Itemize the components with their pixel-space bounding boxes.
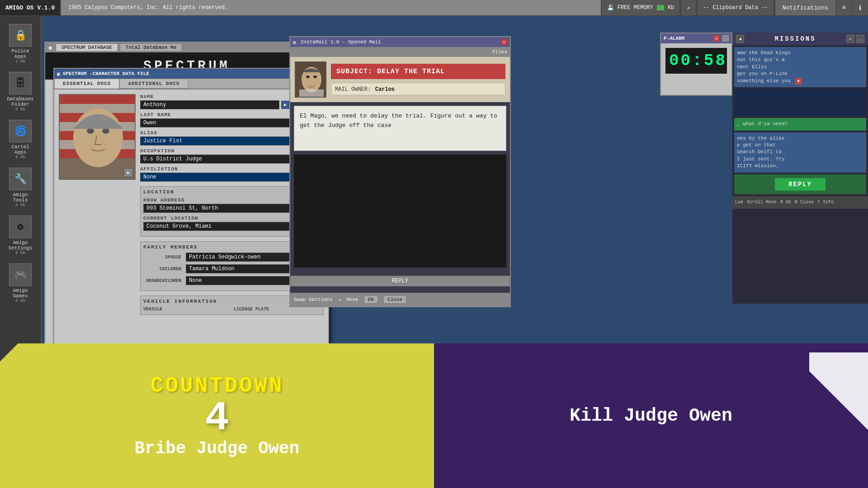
spectrum-db-topbar: ▣ SPECTRUM DATABASE Total Database Re [45, 42, 328, 52]
free-memory-section: 💾 FREE MEMORY Kb [601, 0, 681, 15]
char-tab-additional[interactable]: ADDITIONAL DOCS [119, 79, 188, 89]
spectrum-db-icon: ▣ [49, 45, 52, 51]
char-data-left: ▶ [59, 94, 136, 362]
license-col-label: LICENSE PLATE [234, 307, 321, 312]
missions-titlebar[interactable]: ◀ MISSIONS ✕ _ [732, 33, 868, 45]
missions-ok[interactable]: R Ok [780, 200, 791, 205]
os-label: AMIGO OS V.1.0 [0, 0, 61, 15]
spouse-label: SPOUSE [143, 255, 184, 260]
missions-footer: Lue Scroll Move R Ok R Close Y Info [732, 196, 868, 209]
current-location-input[interactable]: Coconut Grove, Miami [143, 222, 311, 231]
sidebar-item-amigo-games[interactable]: 🎮 Amigo Games 6 Kb [2, 260, 38, 306]
char-tab-essential[interactable]: ESSENTIAL DOCS [54, 79, 119, 89]
amigo-settings-icon: ⚙ [9, 216, 32, 238]
mail-reply-area: REPLY [290, 269, 510, 293]
alarm-display: 00:58 [665, 48, 727, 74]
memory-indicator [657, 5, 664, 10]
svg-point-14 [313, 75, 317, 78]
topbar-icons: ≡ ℹ [835, 0, 868, 15]
mail-close-btn[interactable]: Close [383, 296, 406, 304]
sidebar-item-cartel-apps[interactable]: 🌀 Cartel Apps 6 Kb [2, 117, 38, 163]
instamail-window: ▣ InstaMail 1.0 - Opened Mail ✕ Files [289, 36, 511, 307]
char-data-window: ▣ SPECTRUM -CHARACTER DATA FILE ✕ ESSENT… [53, 68, 329, 375]
sidebar-item-amigo-tools[interactable]: 🔧 Amigo Tools 6 Kb [2, 164, 38, 211]
mail-move-btn[interactable]: Move [346, 297, 358, 302]
mission-chat-0: ame the Dead Kingsout this guy's anant E… [734, 47, 866, 87]
svg-rect-1 [60, 95, 136, 104]
mission-chat-1-empty [734, 89, 866, 116]
instamail-icon: ▣ [293, 39, 296, 45]
character-face-svg [60, 95, 136, 180]
missions-min-btn[interactable]: _ [856, 35, 864, 43]
mail-subject-area: SUBJECT: DELAY THE TRIAL MAIL OWNER: Car… [331, 64, 505, 95]
cursor-icon-section: ↗ [680, 0, 696, 15]
mail-cursor-icon: ↗ [338, 297, 341, 303]
missions-scroll-move[interactable]: Scroll Move [747, 200, 777, 205]
spectrum-db-tab[interactable]: SPECTRUM DATABASE [56, 43, 118, 52]
p-alarm-window: P-ALARM ✕ 00:58 [660, 33, 732, 96]
missions-close[interactable]: R Close [795, 200, 814, 205]
sidebar-item-police-apps[interactable]: 🔒 Police Apps 1 Kb [2, 21, 38, 67]
known-address-input[interactable]: 093 Steminol St, North [143, 204, 311, 213]
missions-window-controls: ✕ _ [846, 35, 864, 43]
amigo-tools-icon: 🔧 [9, 168, 32, 190]
mail-swap-btn[interactable]: Swap Sections [294, 297, 333, 302]
sidebar-item-amigo-settings[interactable]: ⚙ Amigo Settings 6 Kb [2, 212, 38, 258]
mail-sender-photo [295, 61, 326, 98]
vehicle-col-label: VEHICLE [143, 307, 230, 312]
topbar: AMIGO OS V.1.0 1985 Calypso Computers, I… [0, 0, 868, 16]
name-input[interactable]: Anthony [140, 100, 279, 109]
hdd-icon: 💾 [607, 5, 614, 11]
grandchildren-label: GRANDCHILDREN [143, 278, 184, 283]
kill-choice[interactable]: Kill Judge Owen [434, 343, 868, 488]
missions-close-btn[interactable]: ✕ [846, 35, 854, 43]
sidebar-item-databases[interactable]: 🗄 Databases Folder 6 Kb [2, 69, 38, 115]
svg-rect-15 [299, 89, 324, 98]
photo-action-button[interactable]: ▶ [124, 168, 133, 177]
vehicle-header: VEHICLE LICENSE PLATE [143, 307, 321, 312]
info-icon-btn[interactable]: ℹ [852, 0, 868, 16]
notifications-section[interactable]: Notifications [774, 0, 835, 15]
p-alarm-minimize-button[interactable] [722, 35, 729, 42]
p-alarm-titlebar[interactable]: P-ALARM ✕ [661, 33, 731, 43]
name-arrow-button[interactable]: ▶ [281, 101, 289, 109]
bribe-choice[interactable]: COUNTDOWN 4 Bribe Judge Owen [0, 343, 434, 488]
last-name-input[interactable]: Owen [140, 118, 314, 127]
char-data-tabs: ESSENTIAL DOCS ADDITIONAL DOCS [54, 79, 328, 89]
clipboard-section: -- Clipboard Data -- [697, 0, 774, 15]
char-data-titlebar[interactable]: ▣ SPECTRUM -CHARACTER DATA FILE ✕ [54, 69, 328, 79]
svg-point-13 [306, 75, 310, 78]
svg-point-10 [102, 128, 109, 134]
missions-info[interactable]: Y Info [817, 200, 834, 205]
missions-lue[interactable]: Lue [735, 200, 743, 205]
desktop: 🔒 Police Apps 1 Kb 🗄 Databases Folder 6 … [0, 16, 868, 488]
databases-icon: 🗄 [9, 72, 32, 94]
instamail-titlebar[interactable]: ▣ InstaMail 1.0 - Opened Mail ✕ [290, 37, 510, 47]
mission-reply-area: REPLY [734, 174, 866, 194]
char-data-icon: ▣ [57, 71, 60, 77]
mission-chat-3: oes by the aliase get on thatSearch Delf… [734, 132, 866, 173]
cursor-icon: ↗ [687, 5, 690, 11]
spectrum-total-tab[interactable]: Total Database Re [120, 43, 182, 52]
char-data-content: ▶ NAME Anthony ▶ [54, 89, 328, 367]
instamail-close-button[interactable]: ✕ [501, 39, 507, 45]
copyright-text: 1985 Calypso Computers, Inc. All rights … [61, 5, 600, 11]
sender-face-svg [296, 62, 326, 98]
amigo-games-icon: 🎮 [9, 263, 32, 286]
notification-icon-btn[interactable]: ≡ [835, 0, 852, 16]
affiliation-input[interactable]: None [140, 173, 314, 182]
countdown-overlay: COUNTDOWN 4 Bribe Judge Owen Kill Judge … [0, 343, 868, 488]
character-photo: ▶ [59, 94, 136, 180]
police-apps-icon: 🔒 [9, 24, 32, 47]
p-alarm-close-button[interactable]: ✕ [713, 35, 720, 42]
mail-dark-area [294, 155, 506, 267]
children-label: CHILDREN [143, 267, 184, 272]
mission-reply-button[interactable]: REPLY [775, 178, 826, 191]
mail-reply-button[interactable]: REPLY [290, 276, 510, 286]
instamail-footer: Swap Sections ↗ Move Ok Close [290, 293, 510, 306]
mail-ok-btn[interactable]: Ok [364, 296, 378, 304]
mail-owner-box: MAIL OWNER: Carlos [331, 83, 505, 95]
missions-arrow-left[interactable]: ◀ [736, 35, 744, 43]
occupation-input[interactable]: U.s District Judge [140, 155, 314, 164]
alias-input[interactable]: Justice Fist [140, 136, 314, 145]
